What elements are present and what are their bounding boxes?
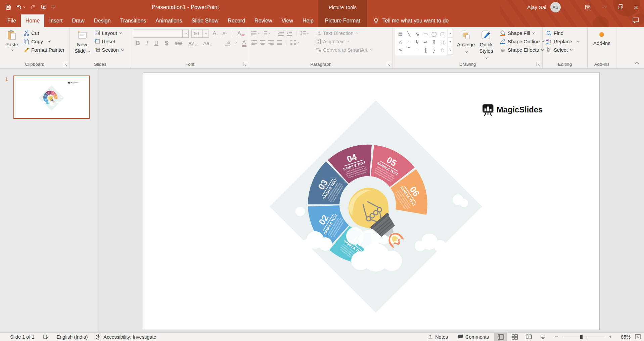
text-direction-button[interactable]: A Text Direction xyxy=(314,30,373,37)
clear-formatting-button[interactable]: A xyxy=(236,30,245,37)
paragraph-dialog-launcher[interactable] xyxy=(387,62,391,66)
shape-glyph[interactable]: ∿ xyxy=(396,46,405,54)
start-slideshow-icon[interactable] xyxy=(41,4,47,10)
customize-qat-icon[interactable] xyxy=(52,6,54,8)
align-left-button[interactable] xyxy=(251,40,257,46)
infographic-image[interactable] xyxy=(268,99,483,314)
slide-counter[interactable]: Slide 1 of 1 xyxy=(10,334,35,340)
restore-button[interactable] xyxy=(612,0,628,14)
convert-smartart-button[interactable]: Convert to SmartArt xyxy=(314,46,373,53)
undo-dropdown-icon[interactable] xyxy=(23,6,26,8)
text-shadow-button[interactable]: S xyxy=(164,40,169,46)
shape-glyph[interactable]: ◻ xyxy=(438,38,447,46)
shrink-font-button[interactable]: Aˇ xyxy=(221,31,228,36)
italic-button[interactable]: I xyxy=(145,40,149,46)
tab-picture-format[interactable]: Picture Tools Picture Format xyxy=(318,14,367,27)
shape-glyph[interactable]: ⌒ xyxy=(405,46,413,54)
bullets-button[interactable] xyxy=(251,30,260,36)
collapse-ribbon-icon[interactable] xyxy=(635,62,639,66)
save-icon[interactable] xyxy=(5,4,11,10)
shape-glyph[interactable]: ☆ xyxy=(438,46,447,54)
tab-insert[interactable]: Insert xyxy=(44,14,67,27)
zoom-level[interactable]: 85% xyxy=(618,334,631,340)
numbering-button[interactable] xyxy=(262,30,270,36)
shape-glyph[interactable]: } xyxy=(430,46,438,54)
shape-glyph[interactable]: ⇨ xyxy=(421,38,430,46)
tab-help[interactable]: Help xyxy=(298,14,318,27)
accessibility-button[interactable]: Accessibility: Investigate xyxy=(96,334,156,340)
drawing-dialog-launcher[interactable] xyxy=(537,62,541,66)
gallery-more[interactable]: ⊽ xyxy=(448,46,453,55)
shape-fill-button[interactable]: Shape Fill xyxy=(499,30,545,37)
new-slide-button[interactable]: NewSlide xyxy=(72,29,92,55)
align-right-button[interactable] xyxy=(268,40,274,46)
section-button[interactable]: Section xyxy=(93,46,125,53)
find-button[interactable]: Find xyxy=(545,30,580,37)
quick-styles-button[interactable]: QuickStyles xyxy=(476,29,496,61)
undo-icon[interactable] xyxy=(16,4,22,10)
tab-design[interactable]: Design xyxy=(89,14,116,27)
shape-glyph[interactable]: ~ xyxy=(413,46,421,54)
zoom-slider-thumb[interactable] xyxy=(580,335,583,339)
zoom-out-button[interactable]: − xyxy=(553,334,559,340)
align-center-button[interactable] xyxy=(260,40,266,46)
shape-glyph[interactable]: ▢ xyxy=(438,30,447,38)
shape-glyph[interactable]: { xyxy=(421,46,430,54)
minimize-button[interactable] xyxy=(596,0,612,14)
highlight-color-button[interactable]: ab xyxy=(224,40,231,46)
shape-effects-button[interactable]: Shape Effects xyxy=(499,46,545,53)
format-painter-button[interactable]: Format Painter xyxy=(22,46,66,53)
shape-glyph[interactable]: ↳ xyxy=(413,38,421,46)
tab-animations[interactable]: Animations xyxy=(151,14,187,27)
font-size-combo[interactable]: 60 xyxy=(191,30,209,38)
reset-button[interactable]: Reset xyxy=(93,38,125,45)
share-comment-icon[interactable] xyxy=(632,17,639,25)
decrease-indent-button[interactable] xyxy=(278,30,284,36)
paste-button[interactable]: Paste xyxy=(2,29,21,52)
spell-check-button[interactable] xyxy=(43,334,49,340)
tell-me-box[interactable]: Tell me what you want to do xyxy=(373,14,449,27)
font-dialog-launcher[interactable] xyxy=(243,62,247,66)
cut-button[interactable]: Cut xyxy=(22,30,66,37)
shape-glyph[interactable]: ╲ xyxy=(405,30,413,38)
slideshow-view-button[interactable] xyxy=(537,333,549,341)
comments-button[interactable]: Comments xyxy=(453,333,493,341)
font-name-combo[interactable] xyxy=(133,30,189,38)
shape-glyph[interactable]: ⌐ xyxy=(405,38,413,46)
tab-record[interactable]: Record xyxy=(223,14,250,27)
arrange-button[interactable]: Arrange xyxy=(456,29,476,55)
tab-review[interactable]: Review xyxy=(250,14,277,27)
shape-glyph[interactable]: ◯ xyxy=(430,30,438,38)
shape-outline-button[interactable]: Shape Outline xyxy=(499,38,545,45)
shape-glyph[interactable]: ▤ xyxy=(396,30,405,38)
clipboard-dialog-launcher[interactable] xyxy=(64,62,68,66)
columns-button[interactable] xyxy=(290,40,298,46)
notes-button[interactable]: Notes xyxy=(423,333,452,341)
shape-glyph[interactable]: ↘ xyxy=(413,30,421,38)
slide[interactable] xyxy=(143,72,600,330)
zoom-slider[interactable] xyxy=(562,337,605,337)
reading-view-button[interactable] xyxy=(522,333,535,341)
font-color-button[interactable]: A xyxy=(241,40,247,47)
increase-indent-button[interactable] xyxy=(286,30,292,36)
grow-font-button[interactable]: Aˆ xyxy=(212,30,219,37)
avatar[interactable]: AS xyxy=(550,2,561,12)
layout-button[interactable]: Layout xyxy=(93,30,125,37)
align-text-button[interactable]: Align Text xyxy=(314,38,373,45)
copy-button[interactable]: Copy xyxy=(22,38,66,45)
tab-draw[interactable]: Draw xyxy=(67,14,89,27)
underline-button[interactable]: U xyxy=(153,40,159,46)
gallery-scroll-up[interactable]: ▲ xyxy=(448,29,453,38)
highlight-dropdown-icon[interactable] xyxy=(235,42,237,43)
shape-glyph[interactable]: △ xyxy=(396,38,405,46)
gallery-scroll-down[interactable]: ▼ xyxy=(448,38,453,46)
shape-glyph[interactable]: ⇩ xyxy=(430,38,438,46)
zoom-in-button[interactable]: + xyxy=(608,334,614,340)
shape-glyph[interactable]: ▭ xyxy=(421,30,430,38)
justify-button[interactable] xyxy=(276,40,282,46)
bold-button[interactable]: B xyxy=(135,40,141,46)
language-button[interactable]: English (India) xyxy=(57,334,88,340)
tab-slide-show[interactable]: Slide Show xyxy=(187,14,223,27)
ribbon-display-options-button[interactable] xyxy=(580,0,596,14)
fit-slide-button[interactable] xyxy=(632,333,643,341)
